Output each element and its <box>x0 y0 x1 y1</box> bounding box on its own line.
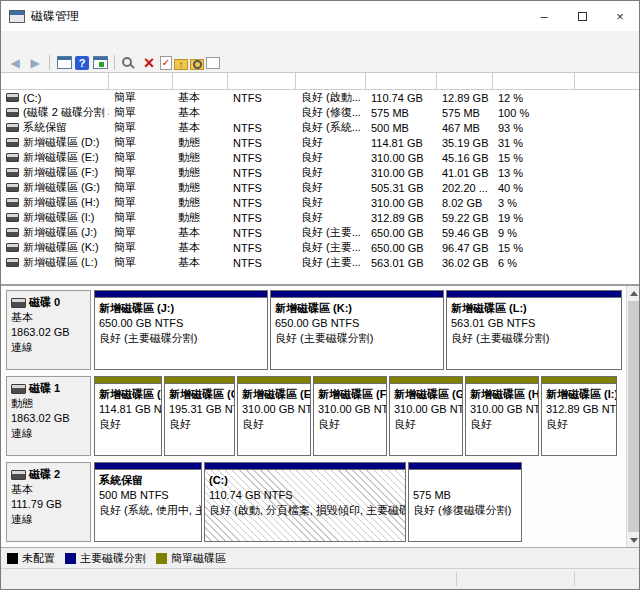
menu-item[interactable] <box>7 40 21 44</box>
forward-icon[interactable] <box>26 54 44 71</box>
menu-item[interactable] <box>49 40 63 44</box>
type-cell: 基本 <box>173 120 228 135</box>
console-window-play-icon[interactable] <box>91 54 109 71</box>
menu-item[interactable] <box>35 40 49 44</box>
volume-icon <box>6 198 19 207</box>
partition-status: 良好 <box>470 417 534 432</box>
table-row[interactable]: 新增磁碟區 (G:) 簡單 動態 NTFS 良好 505.31 GB 202.2… <box>1 180 639 195</box>
scroll-up-arrow-icon[interactable] <box>627 286 640 300</box>
volume-icon <box>6 213 19 222</box>
partition-box[interactable]: 新增磁碟區 (G:) 310.00 GB NTFS 良好 <box>389 376 463 456</box>
partition-box[interactable]: 新增磁碟區 (L:) 563.01 GB NTFS 良好 (主要磁碟分割) <box>446 290 622 370</box>
partition-name: 新增磁碟區 (G:) <box>394 387 458 402</box>
menu-item[interactable] <box>21 40 35 44</box>
table-row[interactable]: 新增磁碟區 (K:) 簡單 基本 NTFS 良好 (主要... 650.00 G… <box>1 240 639 255</box>
disk-label-box[interactable]: 磁碟 0 基本 1863.02 GB 連線 <box>6 290 91 370</box>
partition-size: 575 MB <box>413 488 517 503</box>
layout-cell: 簡單 <box>109 90 173 105</box>
partition-box[interactable]: 新增磁碟區 (H:) 310.00 GB NTFS 良好 <box>465 376 539 456</box>
console-window-icon[interactable] <box>55 54 73 71</box>
partition-box[interactable]: 575 MB 良好 (修復磁碟分割) <box>408 462 522 542</box>
partition-size: 563.01 GB NTFS <box>451 316 617 331</box>
column-header[interactable] <box>296 73 366 89</box>
layout-cell: 簡單 <box>109 165 173 180</box>
table-row[interactable]: 新增磁碟區 (L:) 簡單 基本 NTFS 良好 (主要... 563.01 G… <box>1 255 639 270</box>
delete-icon[interactable] <box>140 54 158 71</box>
column-header[interactable] <box>109 73 173 89</box>
partition-color-strip <box>95 463 201 470</box>
partition-status: 良好 (主要磁碟分割) <box>99 331 263 346</box>
partition-color-strip <box>390 377 462 384</box>
table-row[interactable]: 新增磁碟區 (E:) 簡單 動態 NTFS 良好 310.00 GB 45.16… <box>1 150 639 165</box>
disk-label-box[interactable]: 磁碟 1 動態 1863.02 GB 連線 <box>6 376 91 456</box>
legend-bar: 未配置 主要磁碟分割 簡單磁碟區 <box>1 547 639 568</box>
volume-icon <box>6 183 19 192</box>
partition-color-strip <box>447 291 621 298</box>
app-icon <box>9 10 25 23</box>
partition-box[interactable]: (C:) 110.74 GB NTFS 良好 (啟動, 分頁檔案, 損毀傾印, … <box>204 462 406 542</box>
column-header[interactable] <box>1 73 109 89</box>
type-cell: 基本 <box>173 255 228 270</box>
volume-icon <box>6 168 19 177</box>
folder-up-icon[interactable] <box>174 59 188 70</box>
column-header[interactable] <box>173 73 228 89</box>
pointer-icon[interactable] <box>120 54 138 71</box>
status-bar <box>1 568 639 589</box>
help-icon[interactable] <box>75 56 89 70</box>
partition-box[interactable]: 新增磁碟區 (J:) 650.00 GB NTFS 良好 (主要磁碟分割) <box>94 290 268 370</box>
partition-color-strip <box>95 377 161 384</box>
table-row[interactable]: (磁碟 2 磁碟分割 3) 簡單 基本 良好 (修復... 575 MB 575… <box>1 105 639 120</box>
table-row[interactable]: 新增磁碟區 (H:) 簡單 動態 NTFS 良好 310.00 GB 8.02 … <box>1 195 639 210</box>
partition-box[interactable]: 新增磁碟區 (D:) 114.81 GB NTFS 良好 <box>94 376 162 456</box>
check-document-icon[interactable] <box>160 56 172 70</box>
minimize-button[interactable]: – <box>525 1 563 31</box>
table-row[interactable]: 新增磁碟區 (J:) 簡單 基本 NTFS 良好 (主要... 650.00 G… <box>1 225 639 240</box>
volume-icon <box>6 228 19 237</box>
legend-swatch <box>7 553 18 564</box>
close-button[interactable]: × <box>601 1 639 31</box>
table-row[interactable]: 系統保留 簡單 基本 NTFS 良好 (系統... 500 MB 467 MB … <box>1 120 639 135</box>
scroll-down-arrow-icon[interactable] <box>627 533 640 547</box>
partition-box[interactable]: 新增磁碟區 (E:) 310.00 GB NTFS 良好 <box>237 376 311 456</box>
back-icon[interactable] <box>6 54 24 71</box>
vertical-scrollbar[interactable] <box>626 286 639 547</box>
partition-status: 良好 (主要磁碟分割) <box>451 331 617 346</box>
table-row[interactable]: 新增磁碟區 (I:) 簡單 動態 NTFS 良好 312.89 GB 59.22… <box>1 210 639 225</box>
column-header[interactable] <box>228 73 296 89</box>
status-cell: 良好 (修復... <box>296 105 366 120</box>
type-cell: 基本 <box>173 105 228 120</box>
layout-cell: 簡單 <box>109 120 173 135</box>
free-space-cell: 59.46 GB <box>437 227 493 239</box>
partition-box[interactable]: 新增磁碟區 (I:) 312.89 GB NTFS 良好 <box>541 376 617 456</box>
scrollbar-thumb[interactable] <box>628 301 639 532</box>
partition-status: 良好 <box>99 417 157 432</box>
folder-search-icon[interactable] <box>190 59 204 70</box>
partition-box[interactable]: 系統保留 500 MB NTFS 良好 (系統, 使用中, 主要磁碟分割) <box>94 462 202 542</box>
table-row[interactable]: 新增磁碟區 (D:) 簡單 動態 NTFS 良好 114.81 GB 35.19… <box>1 135 639 150</box>
filesystem-cell: NTFS <box>228 242 296 254</box>
disk-label-box[interactable]: 磁碟 2 基本 111.79 GB 連線 <box>6 462 91 542</box>
partition-box[interactable]: 新增磁碟區 (G:) 195.31 GB NTFS 良好 <box>164 376 235 456</box>
partition-box[interactable]: 新增磁碟區 (K:) 650.00 GB NTFS 良好 (主要磁碟分割) <box>270 290 444 370</box>
filesystem-cell: NTFS <box>228 152 296 164</box>
partition-status: 良好 (修復磁碟分割) <box>413 503 517 518</box>
partition-name: 新增磁碟區 (F:) <box>318 387 382 402</box>
properties-icon[interactable] <box>206 57 220 69</box>
disk-icon <box>11 470 26 480</box>
layout-cell: 簡單 <box>109 210 173 225</box>
partition-status: 良好 <box>394 417 458 432</box>
table-row[interactable]: 新增磁碟區 (F:) 簡單 動態 NTFS 良好 310.00 GB 41.01… <box>1 165 639 180</box>
column-header[interactable] <box>575 73 639 89</box>
partition-box[interactable]: 新增磁碟區 (F:) 310.00 GB NTFS 良好 <box>313 376 387 456</box>
table-row[interactable]: (C:) 簡單 基本 NTFS 良好 (啟動... 110.74 GB 12.8… <box>1 90 639 105</box>
column-header[interactable] <box>366 73 437 89</box>
maximize-button[interactable] <box>563 1 601 31</box>
free-percent-cell: 19 % <box>493 212 575 224</box>
status-cell: 良好 <box>296 210 366 225</box>
volume-name-cell: 新增磁碟區 (F:) <box>1 165 109 180</box>
partition-status: 良好 <box>546 417 612 432</box>
column-header[interactable] <box>437 73 493 89</box>
status-cell: 良好 (主要... <box>296 225 366 240</box>
column-header[interactable] <box>493 73 575 89</box>
partition-name: 新增磁碟區 (D:) <box>99 387 157 402</box>
